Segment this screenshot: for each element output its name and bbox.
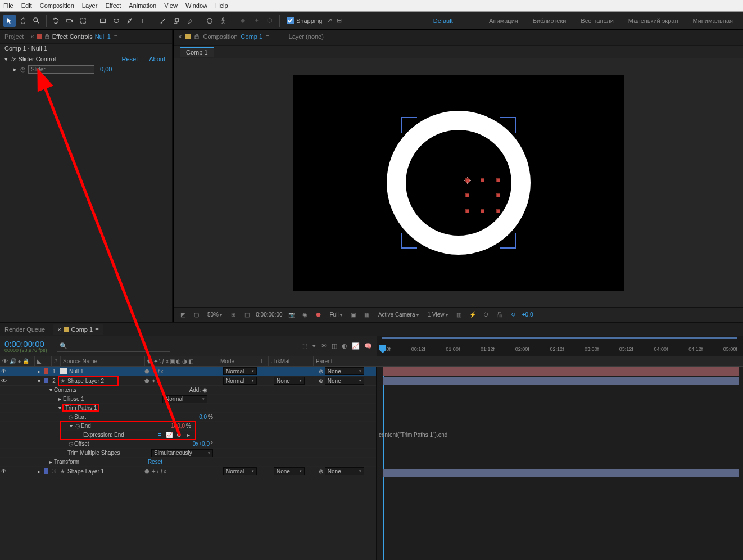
expression-text[interactable]: content("Trim Paths 1").end [379,432,447,438]
layer-bar-shape1[interactable] [383,469,739,477]
draft-3d-icon[interactable]: ✦ [311,342,316,350]
expression-enable-icon[interactable]: = [156,431,164,439]
layer-color-chip[interactable] [44,378,48,383]
expression-pickwhip-icon[interactable]: ⊚ [175,431,183,439]
slider-prop-name[interactable]: Slider [28,65,94,74]
trkmat-dropdown[interactable]: None [274,467,305,475]
roto-tool[interactable] [203,15,216,27]
snapping-opts-icon[interactable]: ↗ [327,17,332,24]
ws-default-menu[interactable]: ≡ [471,17,474,24]
fx-slider-prop-row[interactable]: ▸ ◷ Slider 0,00 [0,64,172,74]
eye-col-icon[interactable]: 👁 [2,358,8,364]
twirl-icon[interactable]: ▸ [35,467,43,476]
pen-tool[interactable] [124,15,136,27]
mode-dropdown[interactable]: Normal [223,377,257,385]
views-dropdown[interactable]: 1 View [425,311,450,318]
parent-dropdown[interactable]: None [325,467,364,475]
close-tab-icon[interactable]: × [30,33,34,40]
trim-multi-dropdown[interactable]: Simultaneously [151,449,213,457]
tab-project[interactable]: Project [4,33,24,40]
stopwatch-icon[interactable]: ◷ [67,441,74,447]
ws-animation[interactable]: Анимация [489,17,518,24]
clone-tool[interactable] [170,15,183,27]
menu-file[interactable]: File [3,2,13,9]
comp-mini-flowchart-icon[interactable]: ⬚ [301,342,307,350]
frame-blend-icon[interactable]: ◫ [332,342,337,350]
close-tab-icon[interactable]: × [178,33,182,40]
puppet-tool[interactable] [217,15,229,27]
close-tab-icon[interactable]: × [57,326,61,333]
eye-toggle[interactable]: 👁 [0,467,8,476]
menu-layer[interactable]: Layer [82,2,98,9]
reset-exposure-icon[interactable]: ↻ [509,310,518,319]
fx-about-link[interactable]: About [149,56,165,62]
ws-libraries[interactable]: Библиотеки [533,17,567,24]
fx-reset-link[interactable]: Reset [122,56,138,62]
unknown-tool-1[interactable]: ◆ [237,15,249,27]
layer-bar-null1[interactable] [383,367,739,376]
rect-tool[interactable] [97,15,109,27]
ws-minimal[interactable]: Минимальная [692,17,733,24]
tab-timeline-comp[interactable]: × Comp 1 ≡ [53,324,103,335]
speaker-col-icon[interactable]: 🔊 [10,358,16,364]
pickwhip-icon[interactable]: ⊚ [319,468,323,475]
ws-allpanels[interactable]: Все панели [581,17,613,24]
viewer-subtab-comp1[interactable]: Comp 1 [180,47,214,57]
prop-expression-end[interactable]: Expression: End = 📈 ⊚ ▸ [61,431,196,440]
snapshot-icon[interactable]: 📷 [287,310,296,319]
menu-view[interactable]: View [164,2,178,9]
trkmat-dropdown[interactable]: None [274,377,305,385]
work-area-bar[interactable] [382,337,737,339]
screen-icon[interactable]: ▢ [192,310,201,319]
mode-dropdown[interactable]: Normal [223,467,257,475]
brain-icon[interactable]: 🧠 [364,342,372,350]
ws-default[interactable]: Default [433,17,453,24]
motion-blur-icon[interactable]: ◐ [342,342,347,350]
twirl-icon[interactable]: ▸ [35,367,43,376]
prop-contents[interactable]: ▾ Contents Add: ◉ [0,386,376,395]
hide-shy-icon[interactable]: 👁 [321,342,327,350]
end-value[interactable]: 100,0 [171,423,185,429]
eye-toggle[interactable]: 👁 [0,376,8,385]
col-parent[interactable]: Parent [314,356,375,366]
shy-col-icon[interactable]: ◣ [37,358,42,364]
twirl-icon[interactable]: ▾ [35,376,43,385]
mode-dropdown[interactable]: Normal [223,367,257,375]
layer-row-shape2[interactable]: 👁 ▾ 2 ★Shape Layer 2 ⬟ ✦ / Normal None ⊚… [0,376,376,386]
layer-bar-shape2[interactable] [383,377,739,385]
col-num[interactable]: # [52,356,61,366]
panel-menu-icon[interactable]: ≡ [95,326,98,333]
resolution-dropdown[interactable]: Full [328,311,345,318]
add-menu-icon[interactable]: ◉ [202,387,207,393]
brush-tool[interactable] [157,15,169,27]
search-input[interactable] [70,342,167,350]
col-source-name[interactable]: Source Name [61,356,145,366]
col-trkmat[interactable]: .TrkMat [269,356,314,366]
camera-dropdown[interactable]: Active Camera [376,311,421,318]
unknown-tool-2[interactable]: ✦ [250,15,262,27]
lock-col-icon[interactable]: 🔒 [22,358,29,364]
twirl-icon[interactable]: ▸ [12,66,18,73]
zoom-dropdown[interactable]: 50% [205,311,224,318]
flowchart-icon[interactable]: 品 [495,310,504,319]
eraser-tool[interactable] [184,15,196,27]
parent-dropdown[interactable]: None [325,367,364,375]
prop-offset[interactable]: ◷ Offset 0x+0,0° [0,440,376,449]
slider-value[interactable]: 0,00 [100,66,112,73]
prop-trim-multiple[interactable]: Trim Multiple Shapes Simultaneously [0,449,376,458]
camera-tool[interactable] [64,15,76,27]
layer-name[interactable]: Shape Layer 1 [67,468,104,475]
composition-canvas[interactable] [293,75,624,291]
show-snapshot-icon[interactable]: ◉ [301,310,310,319]
menu-edit[interactable]: Edit [21,2,32,9]
parent-dropdown[interactable]: None [325,377,364,385]
ws-small[interactable]: Маленький экран [628,17,678,24]
twirl-icon[interactable]: ▾ [3,56,9,63]
prop-transform[interactable]: ▸ Transform Reset [0,458,376,467]
solo-col-icon[interactable]: ● [18,358,21,364]
timeline-icon[interactable]: ⏱ [482,310,491,319]
viewer-canvas-area[interactable] [174,58,743,307]
layer-color-chip[interactable] [44,468,48,474]
prop-start[interactable]: ◷ Start 0,0% [0,413,376,422]
unknown-tool-3[interactable]: ⬡ [264,15,276,27]
